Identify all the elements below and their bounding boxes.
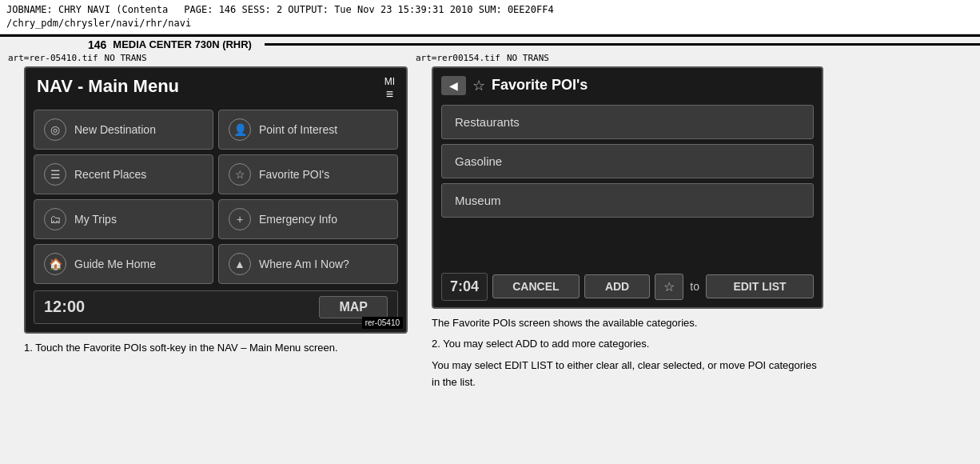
emergency-info-label: Emergency Info: [259, 213, 337, 226]
poi-star-button[interactable]: ☆: [655, 274, 683, 300]
poi-back-button[interactable]: ◀: [441, 76, 466, 95]
nav-screen-title: NAV - Main Menu: [37, 76, 179, 97]
my-trips-icon: 🗂: [44, 208, 66, 230]
page-header: JOBNAME: CHRY NAVI (Contenta PAGE: 146 S…: [0, 0, 980, 34]
nav-map-button[interactable]: MAP: [319, 296, 388, 318]
where-am-i-now-btn[interactable]: ▲ Where Am I Now?: [218, 244, 398, 284]
poi-category-gasoline[interactable]: Gasoline: [441, 144, 814, 178]
poi-title-bar: ◀ ☆ Favorite POI's: [441, 74, 814, 97]
nav-clock: 12:00: [44, 298, 85, 316]
nav-main-menu-screen: NAV - Main Menu MI ≡ ◎ New Destination 👤: [24, 66, 408, 334]
caption-left: 1. Touch the Favorite POIs soft-key in t…: [24, 340, 408, 356]
guide-me-home-icon: 🏠: [44, 253, 66, 275]
rer-tag: rer-05410: [362, 317, 403, 329]
my-trips-label: My Trips: [74, 213, 117, 226]
poi-screen-title: Favorite POI's: [492, 77, 588, 94]
poi-category-museum[interactable]: Museum: [441, 183, 814, 218]
new-destination-label: New Destination: [74, 123, 156, 136]
caption-left-text: 1. Touch the Favorite POIs soft-key in t…: [24, 340, 408, 356]
favorite-pois-btn[interactable]: ☆ Favorite POI's: [218, 154, 398, 194]
emergency-info-btn[interactable]: + Emergency Info: [218, 199, 398, 239]
poi-category-restaurants[interactable]: Restaurants: [441, 105, 814, 139]
nav-button-grid: ◎ New Destination 👤 Point of Interest ☰ …: [34, 110, 398, 284]
left-art-label: art=rer-05410.tif NO TRANS: [8, 53, 400, 63]
top-divider: [0, 34, 980, 37]
point-of-interest-btn[interactable]: 👤 Point of Interest: [218, 110, 398, 150]
poi-clock: 7:04: [441, 273, 488, 301]
poi-bottom-bar: 7:04 CANCEL ADD ☆ to EDIT LIST: [441, 273, 814, 301]
right-caption-area: The Favorite POIs screen shows the avail…: [432, 315, 823, 391]
job-name: JOBNAME: CHRY NAVI (Contenta: [6, 3, 168, 17]
point-of-interest-icon: 👤: [229, 118, 251, 141]
left-section: NAV - Main Menu MI ≡ ◎ New Destination 👤: [24, 66, 416, 396]
favorite-pois-screen: ◀ ☆ Favorite POI's Restaurants Gasoline …: [432, 66, 823, 309]
recent-places-btn[interactable]: ☰ Recent Places: [34, 154, 213, 194]
favorite-pois-label: Favorite POI's: [259, 168, 329, 181]
media-center-label: MEDIA CENTER 730N (RHR): [113, 38, 252, 50]
art-labels-row: art=rer-05410.tif NO TRANS art=rer00154.…: [0, 53, 980, 63]
poi-edit-list-button[interactable]: EDIT LIST: [706, 274, 814, 298]
title-divider: [265, 43, 980, 46]
left-art-ref: art=rer-05410.tif: [8, 53, 98, 63]
page-number: 146: [88, 38, 106, 51]
right-art-ref: art=rer00154.tif: [416, 53, 500, 63]
page-number-row: 146 MEDIA CENTER 730N (RHR): [0, 38, 980, 51]
poi-title-star-icon: ☆: [472, 77, 485, 94]
right-caption-1: The Favorite POIs screen shows the avail…: [432, 315, 823, 332]
where-am-i-now-label: Where Am I Now?: [259, 258, 349, 270]
mi-map-icon: ≡: [386, 87, 393, 101]
recent-places-label: Recent Places: [74, 168, 146, 181]
nav-bottom-bar: 12:00 MAP: [34, 290, 398, 324]
file-path: /chry_pdm/chrysler/navi/rhr/navi: [6, 18, 191, 29]
poi-list-empty-space: [441, 222, 814, 265]
new-destination-icon: ◎: [44, 118, 66, 141]
right-caption-3: You may select EDIT LIST to either clear…: [432, 358, 823, 391]
poi-to-label: to: [688, 280, 701, 293]
nav-mi-icon: MI ≡: [384, 76, 395, 102]
right-caption-2: 2. You may select ADD to add more catego…: [432, 336, 823, 353]
poi-add-button[interactable]: ADD: [584, 274, 651, 298]
poi-cancel-button[interactable]: CANCEL: [492, 274, 580, 298]
point-of-interest-label: Point of Interest: [259, 123, 337, 136]
poi-category-list: Restaurants Gasoline Museum: [441, 105, 814, 265]
nav-title-bar: NAV - Main Menu MI ≡: [34, 76, 398, 102]
left-no-trans: NO TRANS: [105, 53, 147, 63]
right-no-trans: NO TRANS: [507, 53, 549, 63]
page-info: PAGE: 146 SESS: 2 OUTPUT: Tue Nov 23 15:…: [184, 3, 553, 17]
guide-me-home-label: Guide Me Home: [74, 258, 156, 270]
main-content: NAV - Main Menu MI ≡ ◎ New Destination 👤: [0, 66, 980, 396]
right-section: ◀ ☆ Favorite POI's Restaurants Gasoline …: [432, 66, 823, 396]
emergency-info-icon: +: [229, 208, 251, 230]
favorite-pois-icon: ☆: [229, 163, 251, 186]
right-art-label: art=rer00154.tif NO TRANS: [416, 53, 549, 63]
recent-places-icon: ☰: [44, 163, 66, 186]
my-trips-btn[interactable]: 🗂 My Trips: [34, 199, 213, 239]
mi-label: MI: [384, 76, 395, 87]
guide-me-home-btn[interactable]: 🏠 Guide Me Home: [34, 244, 213, 284]
new-destination-btn[interactable]: ◎ New Destination: [34, 110, 213, 150]
where-am-i-now-icon: ▲: [229, 253, 251, 275]
nav-screen-wrapper: NAV - Main Menu MI ≡ ◎ New Destination 👤: [24, 66, 416, 334]
